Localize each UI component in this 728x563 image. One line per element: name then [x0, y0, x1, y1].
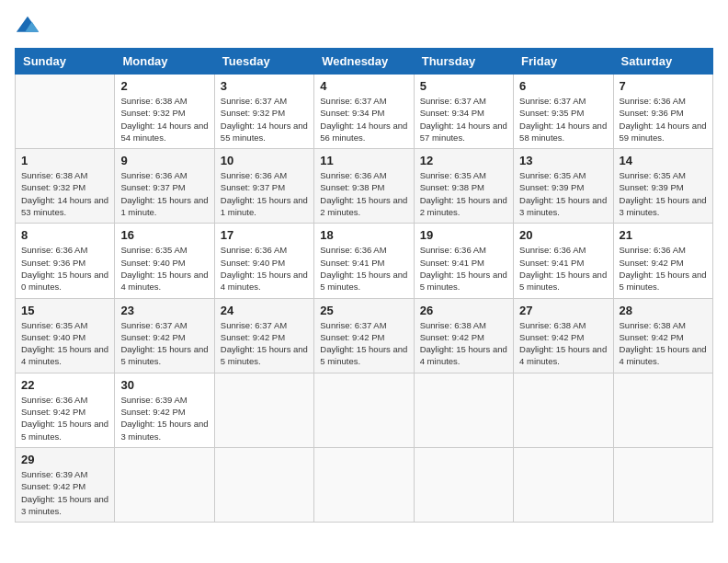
calendar-cell: 3Sunrise: 6:37 AMSunset: 9:32 PMDaylight…	[214, 75, 313, 149]
calendar-cell: 28Sunrise: 6:38 AMSunset: 9:42 PMDayligh…	[613, 298, 712, 373]
day-number: 17	[221, 228, 308, 242]
calendar-cell	[314, 373, 414, 447]
day-info: Sunrise: 6:35 AMSunset: 9:40 PMDaylight:…	[21, 319, 108, 368]
day-number: 1	[21, 154, 108, 167]
calendar-cell: 12Sunrise: 6:35 AMSunset: 9:38 PMDayligh…	[414, 149, 513, 224]
day-number: 15	[21, 304, 108, 317]
day-info: Sunrise: 6:36 AMSunset: 9:36 PMDaylight:…	[21, 244, 108, 293]
header-sunday: Sunday	[16, 49, 115, 75]
header-friday: Friday	[514, 49, 613, 75]
day-number: 22	[21, 378, 108, 392]
calendar-table: SundayMondayTuesdayWednesdayThursdayFrid…	[15, 48, 713, 523]
calendar-cell: 21Sunrise: 6:36 AMSunset: 9:42 PMDayligh…	[613, 224, 712, 298]
day-number: 16	[120, 228, 208, 242]
header-tuesday: Tuesday	[214, 49, 313, 75]
header-thursday: Thursday	[414, 49, 513, 75]
day-info: Sunrise: 6:36 AMSunset: 9:41 PMDaylight:…	[320, 244, 407, 293]
calendar-row-2: 8Sunrise: 6:36 AMSunset: 9:36 PMDaylight…	[16, 224, 713, 298]
day-info: Sunrise: 6:38 AMSunset: 9:32 PMDaylight:…	[120, 95, 208, 144]
calendar-cell: 30Sunrise: 6:39 AMSunset: 9:42 PMDayligh…	[115, 373, 214, 447]
calendar-cell: 13Sunrise: 6:35 AMSunset: 9:39 PMDayligh…	[514, 149, 613, 224]
day-info: Sunrise: 6:36 AMSunset: 9:37 PMDaylight:…	[221, 169, 308, 218]
calendar-cell	[214, 373, 313, 447]
calendar-cell: 1Sunrise: 6:38 AMSunset: 9:32 PMDaylight…	[16, 149, 115, 224]
calendar-cell	[414, 447, 513, 522]
day-info: Sunrise: 6:36 AMSunset: 9:38 PMDaylight:…	[320, 169, 407, 218]
day-number: 29	[21, 453, 108, 466]
day-info: Sunrise: 6:35 AMSunset: 9:39 PMDaylight:…	[620, 169, 707, 218]
calendar-cell: 29Sunrise: 6:39 AMSunset: 9:42 PMDayligh…	[16, 447, 115, 522]
day-info: Sunrise: 6:36 AMSunset: 9:41 PMDaylight:…	[420, 244, 507, 293]
calendar-cell	[613, 447, 712, 522]
calendar-cell: 4Sunrise: 6:37 AMSunset: 9:34 PMDaylight…	[314, 75, 414, 149]
day-info: Sunrise: 6:37 AMSunset: 9:42 PMDaylight:…	[221, 319, 308, 368]
calendar-cell: 8Sunrise: 6:36 AMSunset: 9:36 PMDaylight…	[16, 224, 115, 298]
day-info: Sunrise: 6:36 AMSunset: 9:36 PMDaylight:…	[620, 95, 707, 144]
calendar-cell	[514, 447, 613, 522]
calendar-cell: 22Sunrise: 6:36 AMSunset: 9:42 PMDayligh…	[16, 373, 115, 447]
calendar-cell	[613, 373, 712, 447]
day-number: 24	[221, 304, 308, 317]
calendar-cell: 27Sunrise: 6:38 AMSunset: 9:42 PMDayligh…	[514, 298, 613, 373]
day-number: 20	[519, 228, 607, 242]
day-info: Sunrise: 6:36 AMSunset: 9:42 PMDaylight:…	[620, 244, 707, 293]
day-info: Sunrise: 6:38 AMSunset: 9:32 PMDaylight:…	[21, 169, 108, 218]
day-number: 23	[120, 304, 208, 317]
calendar-cell: 10Sunrise: 6:36 AMSunset: 9:37 PMDayligh…	[214, 149, 313, 224]
calendar-header-row: SundayMondayTuesdayWednesdayThursdayFrid…	[16, 49, 713, 75]
day-number: 3	[221, 79, 308, 93]
day-info: Sunrise: 6:35 AMSunset: 9:40 PMDaylight:…	[120, 244, 208, 293]
calendar-cell	[115, 447, 214, 522]
day-info: Sunrise: 6:38 AMSunset: 9:42 PMDaylight:…	[620, 319, 707, 368]
calendar-cell	[414, 373, 513, 447]
day-number: 6	[519, 79, 607, 93]
day-number: 11	[320, 154, 407, 167]
day-number: 19	[420, 228, 507, 242]
day-info: Sunrise: 6:37 AMSunset: 9:34 PMDaylight:…	[420, 95, 507, 144]
day-number: 4	[320, 79, 407, 93]
calendar-cell	[16, 75, 115, 149]
day-info: Sunrise: 6:39 AMSunset: 9:42 PMDaylight:…	[21, 468, 108, 517]
calendar-cell: 25Sunrise: 6:37 AMSunset: 9:42 PMDayligh…	[314, 298, 414, 373]
calendar-row-5: 29Sunrise: 6:39 AMSunset: 9:42 PMDayligh…	[16, 447, 713, 522]
day-info: Sunrise: 6:37 AMSunset: 9:42 PMDaylight:…	[120, 319, 208, 368]
calendar-cell: 2Sunrise: 6:38 AMSunset: 9:32 PMDaylight…	[115, 75, 214, 149]
day-number: 14	[620, 154, 707, 167]
day-number: 30	[120, 378, 208, 392]
day-info: Sunrise: 6:36 AMSunset: 9:40 PMDaylight:…	[221, 244, 308, 293]
calendar-cell: 24Sunrise: 6:37 AMSunset: 9:42 PMDayligh…	[214, 298, 313, 373]
logo	[15, 15, 44, 40]
day-info: Sunrise: 6:35 AMSunset: 9:39 PMDaylight:…	[519, 169, 607, 218]
calendar-cell: 6Sunrise: 6:37 AMSunset: 9:35 PMDaylight…	[514, 75, 613, 149]
day-info: Sunrise: 6:38 AMSunset: 9:42 PMDaylight:…	[519, 319, 607, 368]
day-number: 25	[320, 304, 407, 317]
calendar-cell: 26Sunrise: 6:38 AMSunset: 9:42 PMDayligh…	[414, 298, 513, 373]
day-info: Sunrise: 6:36 AMSunset: 9:37 PMDaylight:…	[120, 169, 208, 218]
calendar-cell	[214, 447, 313, 522]
day-number: 9	[120, 154, 208, 167]
calendar-cell: 11Sunrise: 6:36 AMSunset: 9:38 PMDayligh…	[314, 149, 414, 224]
day-info: Sunrise: 6:37 AMSunset: 9:32 PMDaylight:…	[221, 95, 308, 144]
calendar-cell: 17Sunrise: 6:36 AMSunset: 9:40 PMDayligh…	[214, 224, 313, 298]
day-number: 28	[620, 304, 707, 317]
header-monday: Monday	[115, 49, 214, 75]
day-number: 10	[221, 154, 308, 167]
calendar-row-0: 2Sunrise: 6:38 AMSunset: 9:32 PMDaylight…	[16, 75, 713, 149]
day-number: 21	[620, 228, 707, 242]
day-number: 27	[519, 304, 607, 317]
logo-icon	[15, 15, 40, 40]
day-info: Sunrise: 6:35 AMSunset: 9:38 PMDaylight:…	[420, 169, 507, 218]
day-number: 8	[21, 228, 108, 242]
calendar-cell	[314, 447, 414, 522]
calendar-row-1: 1Sunrise: 6:38 AMSunset: 9:32 PMDaylight…	[16, 149, 713, 224]
day-number: 5	[420, 79, 507, 93]
day-info: Sunrise: 6:37 AMSunset: 9:34 PMDaylight:…	[320, 95, 407, 144]
header-wednesday: Wednesday	[314, 49, 414, 75]
day-number: 18	[320, 228, 407, 242]
calendar-row-3: 15Sunrise: 6:35 AMSunset: 9:40 PMDayligh…	[16, 298, 713, 373]
calendar-cell: 18Sunrise: 6:36 AMSunset: 9:41 PMDayligh…	[314, 224, 414, 298]
calendar-cell	[514, 373, 613, 447]
calendar-row-4: 22Sunrise: 6:36 AMSunset: 9:42 PMDayligh…	[16, 373, 713, 447]
day-number: 13	[519, 154, 607, 167]
day-info: Sunrise: 6:37 AMSunset: 9:35 PMDaylight:…	[519, 95, 607, 144]
